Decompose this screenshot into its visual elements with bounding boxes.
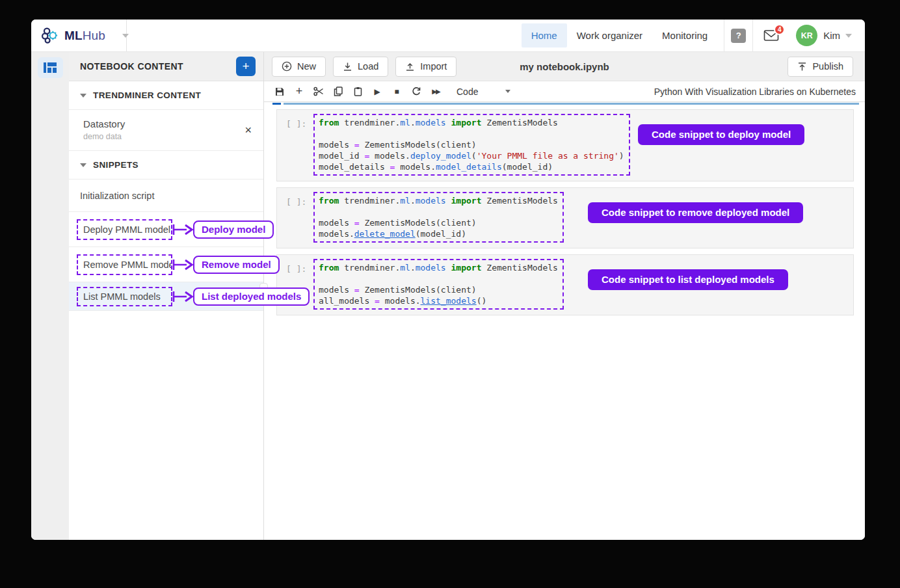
close-icon[interactable]: × <box>245 124 252 136</box>
sidebar-header: NOTEBOOK CONTENT + <box>69 52 263 81</box>
paste-icon <box>354 87 362 96</box>
download-icon <box>343 62 352 72</box>
sidebar-item-list-pmml-models[interactable]: List PMML models List deployed models <box>69 282 263 311</box>
add-content-button[interactable]: + <box>236 57 256 76</box>
cell-type-value: Code <box>457 87 478 97</box>
logo-text-hub: Hub <box>83 29 105 42</box>
copy-icon <box>334 87 343 96</box>
nav-tab-home[interactable]: Home <box>522 23 567 47</box>
datastory-subtitle: demo data <box>83 132 252 141</box>
nav-tab-work-organizer[interactable]: Work organizer <box>567 23 652 47</box>
code-editor[interactable]: from trendminer.ml.models import Zementi… <box>313 192 564 243</box>
list-snippet-highlight: List PMML models <box>77 287 172 306</box>
callout-code-snippet-deploy: Code snippet to deploy model <box>638 124 804 145</box>
cells-area: [ ]: from trendminer.ml.models import Ze… <box>264 105 865 540</box>
logo-chevron-down-icon[interactable] <box>122 34 129 38</box>
run-cell-button[interactable]: ▶ <box>369 84 385 100</box>
load-button[interactable]: Load <box>333 57 388 77</box>
callout-code-snippet-remove: Code snippet to remove deployed model <box>588 202 803 223</box>
callout-code-snippet-list: Code snippet to list deployed models <box>588 269 788 290</box>
deploy-snippet-highlight: Deploy PMML model <box>77 219 172 240</box>
section-trendminer-content[interactable]: TRENDMINER CONTENT <box>69 81 263 110</box>
code-cell-deploy: [ ]: from trendminer.ml.models import Ze… <box>276 109 854 181</box>
app-logo[interactable]: MLHub <box>31 20 127 51</box>
sidebar-item-deploy-pmml-model[interactable]: Deploy PMML model Deploy model <box>69 212 263 247</box>
run-all-button[interactable]: ▶▶ <box>428 84 443 100</box>
layout-panel-icon <box>43 62 57 74</box>
plus-circle-icon <box>282 61 292 72</box>
stop-icon: ■ <box>394 87 399 96</box>
code-editor[interactable]: from trendminer.ml.models import Zementi… <box>313 114 630 176</box>
sidebar-title: NOTEBOOK CONTENT <box>80 61 183 72</box>
code-cell-remove: [ ]: from trendminer.ml.models import Ze… <box>276 187 854 248</box>
code-cell-list: [ ]: from trendminer.ml.models import Ze… <box>276 254 854 315</box>
logo-text-ml: ML <box>64 29 83 42</box>
header-divider <box>724 20 724 52</box>
panel-toggle-button[interactable] <box>38 57 63 78</box>
notification-badge: 4 <box>774 24 785 35</box>
sidebar-item-datastory[interactable]: Datastory demo data × <box>69 110 263 151</box>
scissors-icon <box>313 87 324 96</box>
triangle-down-icon <box>80 163 86 167</box>
section-snippets[interactable]: SNIPPETS <box>69 151 263 180</box>
add-cell-button[interactable]: + <box>291 84 307 100</box>
restart-kernel-button[interactable] <box>408 84 424 100</box>
section-label: TRENDMINER CONTENT <box>93 90 201 100</box>
remove-snippet-highlight: Remove PMML model <box>77 254 172 275</box>
notifications-button[interactable]: 4 <box>763 29 779 42</box>
app-header: MLHub Home Work organizer Monitoring ? 4… <box>31 20 865 52</box>
code-editor[interactable]: from trendminer.ml.models import Zementi… <box>313 259 564 310</box>
left-icon-rail <box>31 52 69 540</box>
callout-remove-model: Remove model <box>172 256 280 274</box>
callout-label: List deployed models <box>193 287 310 306</box>
upload-icon <box>405 62 415 72</box>
notebook-actions-toolbar: New Load Import <box>264 52 865 81</box>
publish-button[interactable]: Publish <box>788 57 853 77</box>
datastory-title: Datastory <box>83 118 252 129</box>
cell-prompt: [ ]: <box>286 192 313 243</box>
play-icon: ▶ <box>374 87 380 96</box>
cut-cell-button[interactable] <box>311 84 326 100</box>
save-button[interactable] <box>272 84 287 100</box>
notebook-content-sidebar: NOTEBOOK CONTENT + TRENDMINER CONTENT Da… <box>69 52 264 540</box>
sidebar-item-remove-pmml-model[interactable]: Remove PMML model Remove model <box>69 247 263 282</box>
nav-tab-monitoring[interactable]: Monitoring <box>652 23 717 47</box>
user-name: Kim <box>823 30 840 41</box>
help-icon[interactable]: ? <box>731 29 746 43</box>
cell-type-select[interactable]: Code <box>457 87 510 97</box>
callout-label: Remove model <box>193 256 280 274</box>
kernel-name: Python With Visualization Libraries on K… <box>654 87 865 97</box>
stop-kernel-button[interactable]: ■ <box>389 84 404 100</box>
paste-cell-button[interactable] <box>350 84 365 100</box>
sidebar-item-initialization-script[interactable]: Initialization script <box>69 180 263 212</box>
triangle-down-icon <box>80 94 86 98</box>
callout-deploy-model: Deploy model <box>172 220 274 239</box>
arrow-right-icon <box>172 223 193 236</box>
plus-icon: + <box>296 85 303 98</box>
notebook-title: my notebook.ipynb <box>520 61 609 72</box>
header-right: Home Work organizer Monitoring ? 4 KR Ki… <box>522 20 865 51</box>
section-label: SNIPPETS <box>93 160 139 170</box>
snippet-label: Initialization script <box>80 191 154 201</box>
callout-label: Deploy model <box>193 220 274 239</box>
publish-button-label: Publish <box>812 61 843 72</box>
chevron-down-icon <box>505 90 510 93</box>
publish-icon <box>797 62 807 72</box>
fast-forward-icon: ▶▶ <box>432 88 439 95</box>
import-button-label: Import <box>420 61 447 72</box>
header-divider <box>752 20 753 52</box>
notebook-main: New Load Import <box>264 52 865 540</box>
cell-toolbar: + <box>264 81 865 102</box>
new-button-label: New <box>297 61 316 72</box>
avatar[interactable]: KR <box>796 25 817 46</box>
user-menu-chevron-down-icon[interactable] <box>845 34 852 38</box>
new-button[interactable]: New <box>272 57 326 77</box>
import-button[interactable]: Import <box>395 57 457 77</box>
arrow-right-icon <box>172 290 193 303</box>
cell-prompt: [ ]: <box>286 114 313 176</box>
copy-cell-button[interactable] <box>330 84 346 100</box>
callout-list-models: List deployed models <box>172 287 310 306</box>
arrow-right-icon <box>172 258 193 271</box>
restart-icon <box>412 87 421 96</box>
floppy-icon <box>275 87 284 96</box>
